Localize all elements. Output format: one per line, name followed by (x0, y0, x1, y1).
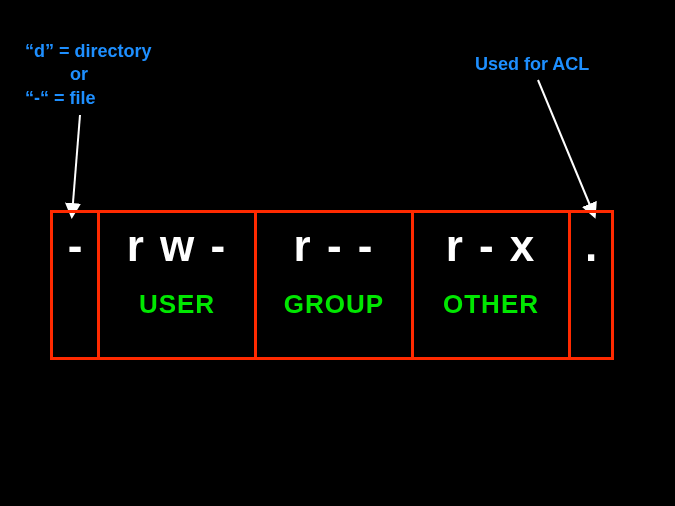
chars-file-type: - (68, 221, 83, 271)
cell-other: r - x OTHER (411, 210, 571, 360)
svg-line-1 (538, 80, 594, 215)
annotation-file-type: “d” = directory or “-“ = file (25, 40, 152, 110)
label-other: OTHER (443, 289, 539, 320)
label-group: GROUP (284, 289, 384, 320)
cell-user: r w - USER (97, 210, 257, 360)
cell-acl: . (568, 210, 614, 360)
label-user: USER (139, 289, 215, 320)
chars-acl: . (585, 221, 597, 271)
permission-string-box: - r w - USER r - - GROUP r - x OTHER . (50, 210, 620, 360)
annotation-acl: Used for ACL (475, 53, 589, 76)
cell-group: r - - GROUP (254, 210, 414, 360)
cell-file-type: - (50, 210, 100, 360)
chars-user: r w - (127, 221, 227, 271)
chars-group: r - - (294, 221, 375, 271)
diagram-canvas: “d” = directory or “-“ = file Used for A… (0, 0, 675, 506)
chars-other: r - x (446, 221, 537, 271)
svg-line-0 (72, 115, 80, 215)
